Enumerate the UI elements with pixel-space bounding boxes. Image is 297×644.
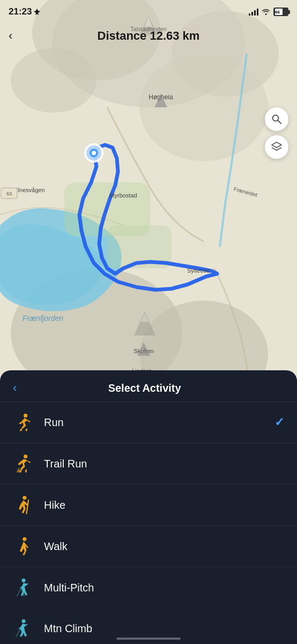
run-checkmark: ✓ xyxy=(274,415,284,429)
trail-run-label: Trail Run xyxy=(44,458,284,470)
mtn-climb-icon xyxy=(13,618,34,639)
activity-item-hike[interactable]: Hike xyxy=(0,484,297,525)
activity-list: Run ✓ Trail Run xyxy=(0,402,297,644)
hike-icon xyxy=(13,494,34,516)
run-icon xyxy=(13,412,34,433)
wifi-icon xyxy=(262,9,270,15)
bottom-panel: ‹ Select Activity Run ✓ xyxy=(0,370,297,644)
svg-text:Frænfjorden: Frænfjorden xyxy=(23,314,63,323)
status-bar: 21:23 66 xyxy=(0,0,297,24)
svg-point-36 xyxy=(23,496,26,500)
panel-header: ‹ Select Activity xyxy=(0,370,297,401)
svg-point-4 xyxy=(11,48,96,113)
svg-text:63: 63 xyxy=(6,191,12,196)
svg-point-17 xyxy=(92,151,96,155)
svg-line-33 xyxy=(278,121,281,124)
hike-label: Hike xyxy=(44,499,284,511)
battery-indicator: 66 xyxy=(273,8,288,16)
walk-icon xyxy=(13,536,34,557)
multi-pitch-label: Multi-Pitch xyxy=(44,582,284,594)
svg-text:Sylteose: Sylteose xyxy=(187,267,210,274)
walk-label: Walk xyxy=(44,540,284,553)
status-icons: 66 xyxy=(249,8,288,16)
layers-icon xyxy=(271,141,283,153)
mtn-climb-label: Mtn Climb xyxy=(44,623,284,635)
svg-point-39 xyxy=(21,619,25,623)
panel-title: Select Activity xyxy=(21,382,268,394)
svg-point-35 xyxy=(24,455,27,458)
map-container[interactable]: Talstadhesten Høgheia Elnesvågen Myrbost… xyxy=(0,0,297,392)
svg-point-37 xyxy=(23,537,26,541)
trail-run-icon xyxy=(13,453,34,474)
activity-item-trail-run[interactable]: Trail Run xyxy=(0,443,297,484)
svg-text:Elnesvågen: Elnesvågen xyxy=(14,187,45,193)
run-label: Run xyxy=(44,416,274,429)
home-indicator xyxy=(116,638,181,640)
distance-title: Distance 12.63 km xyxy=(98,29,200,43)
activity-item-walk[interactable]: Walk xyxy=(0,525,297,567)
map-controls xyxy=(265,107,288,159)
svg-text:Myrbostad: Myrbostad xyxy=(109,192,137,199)
svg-point-38 xyxy=(21,579,25,582)
signal-icon xyxy=(249,8,258,16)
activity-item-run[interactable]: Run ✓ xyxy=(0,402,297,443)
activity-item-multi-pitch[interactable]: Multi-Pitch xyxy=(0,567,297,608)
search-icon xyxy=(271,114,282,125)
location-icon xyxy=(34,9,40,15)
status-time: 21:23 xyxy=(9,6,40,17)
map-back-button[interactable]: ‹ xyxy=(9,29,12,43)
multi-pitch-icon xyxy=(13,577,34,598)
map-header: ‹ Distance 12.63 km xyxy=(0,24,297,48)
layers-button[interactable] xyxy=(265,135,288,159)
svg-point-34 xyxy=(24,414,27,418)
search-button[interactable] xyxy=(265,107,288,131)
panel-back-button[interactable]: ‹ xyxy=(13,381,17,395)
